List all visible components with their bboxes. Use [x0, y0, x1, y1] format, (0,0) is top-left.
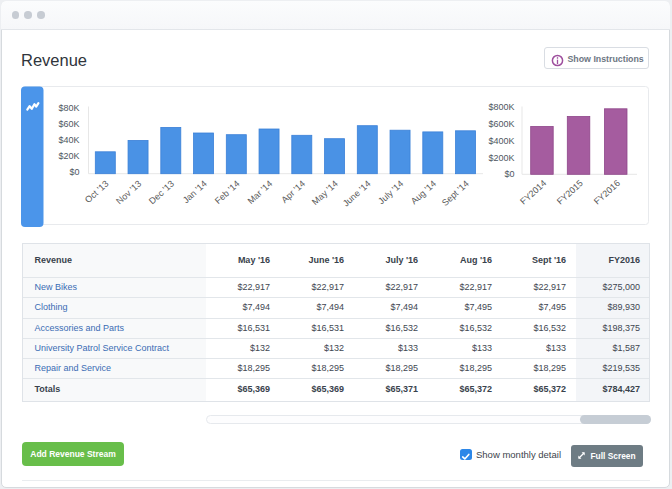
svg-text:$800K: $800K	[488, 102, 514, 112]
svg-text:$60K: $60K	[58, 119, 79, 129]
svg-text:$40K: $40K	[58, 135, 79, 145]
svg-text:$400K: $400K	[488, 136, 514, 146]
svg-text:$80K: $80K	[58, 103, 79, 113]
svg-text:$0: $0	[69, 167, 79, 177]
svg-text:$0: $0	[504, 169, 514, 179]
svg-text:$20K: $20K	[58, 151, 79, 161]
svg-text:$600K: $600K	[488, 119, 514, 129]
svg-text:$200K: $200K	[488, 153, 514, 163]
